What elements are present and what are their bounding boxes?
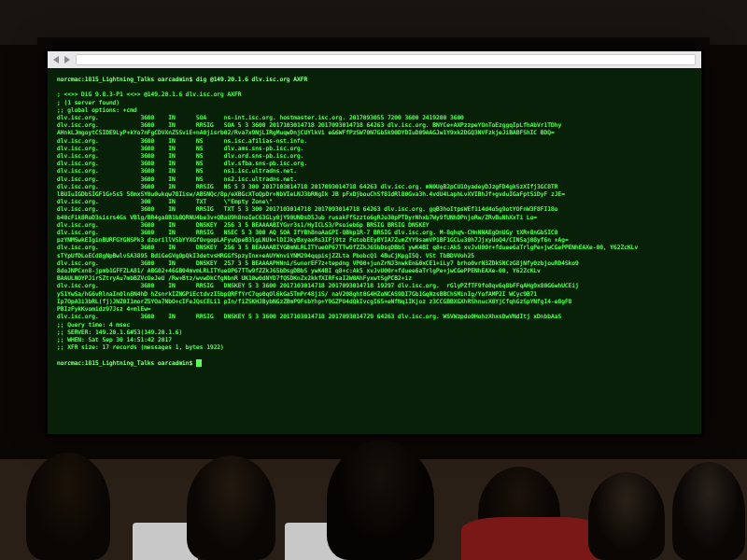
audience-head bbox=[187, 455, 275, 560]
audience-silhouettes bbox=[0, 450, 747, 560]
dns-record: dlv.isc.org. 3600 IN RRSIG NSEC 5 3 300 … bbox=[57, 229, 557, 235]
terminal-output: norcmac:1815_Lightning_Talks oarcadmin$ … bbox=[57, 76, 692, 367]
terminal-window: norcmac:1815_Lightning_Talks oarcadmin$ … bbox=[48, 68, 701, 434]
dns-record: dlv.isc.org. 3600 IN NS dlv.ams.sns-pb.i… bbox=[57, 145, 304, 151]
dns-record: 8doJNPCxn8-jpmb1GFFZLA81/ ABG02+46GB04mv… bbox=[57, 267, 541, 273]
dig-version-line: ; <<>> DiG 9.8.3-P1 <<>> @149.20.1.6 dlv… bbox=[57, 91, 241, 97]
dns-record: AHnkLJmgoytCSIDE9LyP+kYo7nFgCDVXnZ5SviE+… bbox=[57, 129, 555, 135]
xfr-size-line: ;; XFR size: 17 records (messages 1, byt… bbox=[57, 343, 224, 350]
shell-prompt-line-2: norcmac:1815_Lightning_Talks oarcadmin$ bbox=[57, 359, 196, 366]
query-time-line: ;; Query time: 4 msec bbox=[57, 321, 130, 328]
address-bar[interactable] bbox=[76, 54, 696, 65]
dns-record: dlv.isc.org. 3600 IN NS dlv.ord.sns-pb.i… bbox=[57, 152, 304, 159]
dns-record: dlv.isc.org. 3600 IN SOA ns-int.isc.org.… bbox=[57, 114, 464, 120]
dns-record: dlv.isc.org. 3600 IN NS dlv.sfba.sns-pb.… bbox=[57, 160, 307, 166]
dns-record: dlv.isc.org. 3600 IN DNSKEY 257 3 5 BEAA… bbox=[57, 259, 579, 266]
dns-record: dlv.isc.org. 3600 IN RRSIG SOA 5 3 3600 … bbox=[57, 121, 561, 128]
dns-record: dlv.isc.org. 3600 IN RRSIG DNSKEY 5 3 36… bbox=[57, 282, 579, 288]
dns-record: BAAULNOYPJirSZtryAu7mbBZVcOeJeU /Rw+Btz/… bbox=[57, 274, 412, 281]
dns-record: Ip7OpA3i3bRL(fj)JNZ0I1morZ5YOa7NbO+cIFeJ… bbox=[57, 298, 571, 304]
dns-record: pzYNMSwkEIginBURFGYGNSPk3 dzorillVSbYYXG… bbox=[57, 236, 569, 243]
dns-record: lBUIuIGDbSIGF1G+5s5 58mxSY0u0ukqw78Iisw/… bbox=[57, 190, 565, 197]
dns-record: b40cFik8RoD3sisrs4Gs VBlg/BR4ga8B1b8QRNU… bbox=[57, 214, 537, 220]
dns-record: dlv.isc.org. 3600 IN DNSKEY 256 3 5 BEAA… bbox=[57, 244, 638, 250]
dns-record: dlv.isc.org. 3600 IN DNSKEY 256 3 5 BEAA… bbox=[57, 221, 430, 228]
dns-record: PBIzFykKvomidz97Jsz 4+mlEw= bbox=[57, 305, 151, 312]
dns-record: dlv.isc.org. 3600 IN RRSIG DNSKEY 5 3 36… bbox=[57, 313, 561, 319]
dns-record: yS1YwSa/hG6vRlnaIn0ln8N4hD hZsnrkIZNGPiE… bbox=[57, 290, 537, 297]
dns-record: dlv.isc.org. 300 IN TXT \"Empty Zone\" bbox=[57, 198, 273, 204]
audience-head bbox=[327, 441, 434, 560]
dns-record: dlv.isc.org. 3600 IN NS ns.isc.afilias-n… bbox=[57, 137, 307, 144]
audience-head bbox=[478, 467, 560, 560]
shell-prompt-line: norcmac:1815_Lightning_Talks oarcadmin$ … bbox=[57, 76, 307, 82]
global-options-line: ;; global options: +cmd bbox=[57, 106, 137, 113]
dns-record: dlv.isc.org. 3600 IN NS ns1.isc.ultradns… bbox=[57, 167, 297, 174]
forward-icon[interactable] bbox=[64, 56, 70, 63]
dns-record: sTYpUfDLoECd8gNpBwlvSA3895 BdiGeGVgOpQkI… bbox=[57, 252, 474, 259]
audience-head bbox=[26, 453, 110, 560]
dns-record: dlv.isc.org. 3600 IN RRSIG NS 5 3 300 20… bbox=[57, 183, 557, 189]
conference-room-photo: norcmac:1815_Lightning_Talks oarcadmin$ … bbox=[0, 0, 747, 560]
back-icon[interactable] bbox=[53, 56, 59, 63]
when-line: ;; WHEN: Sat Sep 30 14:51:42 2017 bbox=[57, 336, 172, 343]
terminal-cursor bbox=[196, 359, 202, 367]
audience-head bbox=[672, 462, 745, 560]
server-line: ;; SERVER: 149.20.1.6#53(149.20.1.6) bbox=[57, 329, 182, 335]
dns-record: dlv.isc.org. 3600 IN RRSIG TXT 5 3 300 2… bbox=[57, 205, 557, 212]
dns-record: dlv.isc.org. 3600 IN NS ns2.isc.ultradns… bbox=[57, 175, 297, 182]
browser-toolbar bbox=[48, 51, 701, 68]
projector-screen: norcmac:1815_Lightning_Talks oarcadmin$ … bbox=[45, 49, 704, 437]
audience-head bbox=[588, 472, 665, 560]
servers-found-line: ; (1 server found) bbox=[57, 99, 120, 105]
